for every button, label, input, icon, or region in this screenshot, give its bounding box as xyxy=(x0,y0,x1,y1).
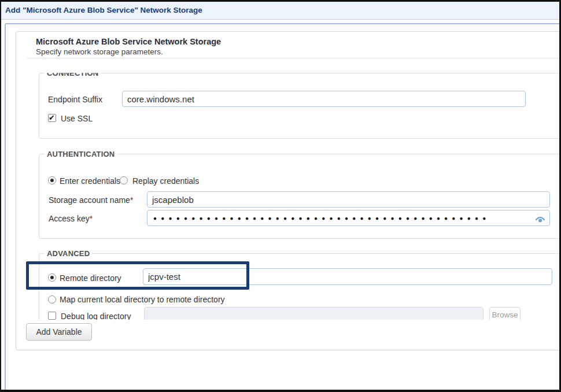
legend-advanced: ADVANCED xyxy=(45,249,92,258)
storage-account-name-input[interactable] xyxy=(147,191,550,208)
storage-account-name-label: Storage account name* xyxy=(49,195,133,205)
form-subheading: Specify network storage parameters. xyxy=(36,47,163,56)
annotation-highlight-box xyxy=(26,261,249,290)
content-panel: Microsoft Azure Blob Service Network Sto… xyxy=(5,23,561,392)
title-bar: Add "Microsoft Azure Blob Service" Netwo… xyxy=(1,2,559,20)
dialog-window: Add "Microsoft Azure Blob Service" Netwo… xyxy=(0,0,561,392)
reveal-password-eye-icon[interactable] xyxy=(535,215,545,225)
required-asterisk: * xyxy=(90,214,93,223)
add-variable-button[interactable]: Add Variable xyxy=(26,323,92,341)
required-asterisk: * xyxy=(130,195,133,205)
access-key-label: Access key* xyxy=(49,214,93,223)
endpoint-suffix-label: Endpoint Suffix xyxy=(48,95,102,104)
replay-credentials-radio[interactable] xyxy=(120,176,128,184)
legend-authentication: AUTHENTICATION xyxy=(45,150,117,158)
map-local-directory-radio[interactable] xyxy=(48,295,56,304)
legend-connection: CONNECTION xyxy=(45,73,101,79)
dialog-title: Add "Microsoft Azure Blob Service" Netwo… xyxy=(5,6,202,14)
browse-button[interactable]: Browse xyxy=(489,307,521,320)
form-panel: Microsoft Azure Blob Service Network Sto… xyxy=(16,31,561,350)
access-key-input[interactable]: ●●●●●●●●●●●●●●●●●●●●●●●●●●●●●●●●●●●●●●●●… xyxy=(147,210,550,226)
fieldset-authentication: AUTHENTICATION Enter credentials Replay … xyxy=(39,154,561,239)
enter-credentials-radio[interactable] xyxy=(48,176,56,184)
map-local-directory-label: Map current local directory to remote di… xyxy=(60,295,225,304)
access-key-masked-value: ●●●●●●●●●●●●●●●●●●●●●●●●●●●●●●●●●●●●●●●●… xyxy=(153,215,490,221)
use-ssl-label: Use SSL xyxy=(61,114,93,123)
endpoint-suffix-input[interactable] xyxy=(122,91,526,107)
fieldset-connection: CONNECTION Endpoint Suffix Use SSL xyxy=(39,73,561,139)
enter-credentials-label: Enter credentials xyxy=(60,176,120,186)
form-scroll-region[interactable]: CONNECTION Endpoint Suffix Use SSL AUTHE… xyxy=(16,58,561,320)
use-ssl-checkbox[interactable] xyxy=(48,114,56,122)
replay-credentials-label: Replay credentials xyxy=(132,176,199,186)
debug-log-directory-input xyxy=(144,307,484,320)
debug-log-directory-checkbox[interactable] xyxy=(48,312,56,320)
form-heading: Microsoft Azure Blob Service Network Sto… xyxy=(36,37,221,46)
debug-log-directory-label: Debug log directory xyxy=(61,312,131,320)
